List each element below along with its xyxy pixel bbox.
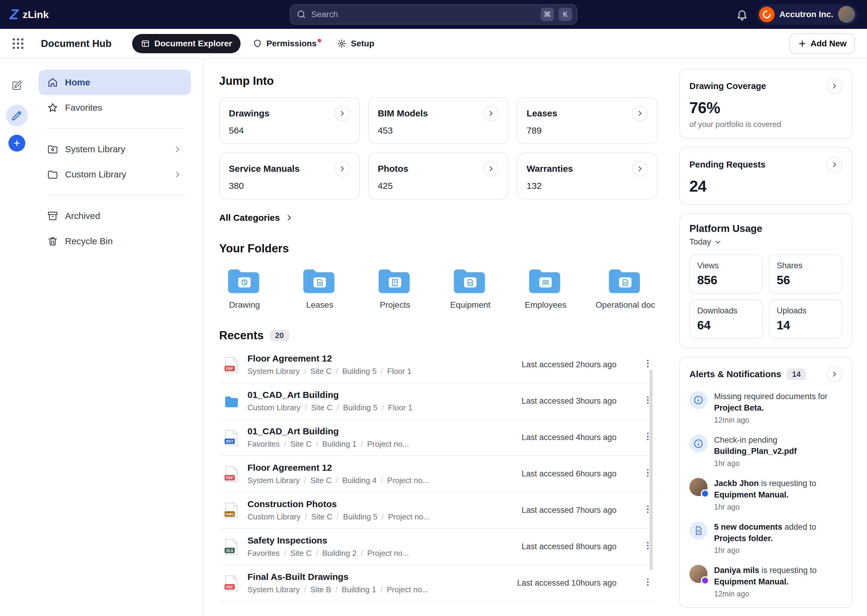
row-menu-button[interactable] xyxy=(641,394,655,409)
sidebar-item-recycle-bin[interactable]: Recycle Bin xyxy=(39,229,191,254)
recent-item[interactable]: PDF Floor Agreement 12 System Library/Si… xyxy=(219,347,657,383)
sidebar-item-archived[interactable]: Archived xyxy=(39,203,191,229)
category-card-service-manuals[interactable]: Service Manuals 380 xyxy=(219,152,360,200)
last-accessed: Last accessed 3hours ago xyxy=(522,396,632,406)
tab-permissions[interactable]: Permissions xyxy=(244,34,325,53)
all-categories-link[interactable]: All Categories xyxy=(219,213,294,223)
alert-item[interactable]: Check-in pending Building_Plan_v2.pdf 1h… xyxy=(689,435,842,468)
chevron-right-icon[interactable] xyxy=(334,161,350,176)
folder-leases[interactable]: Leases xyxy=(295,267,345,310)
header-tabs: Document Explorer Permissions Setup xyxy=(132,34,383,53)
sidebar: Home Favorites System Library Custom Lib… xyxy=(34,59,203,616)
alert-item[interactable]: Daniya mils is requesting to Equipment M… xyxy=(689,565,842,598)
folder-label: Operational doc xyxy=(596,300,655,310)
alert-item[interactable]: 5 new documents added to Projects folder… xyxy=(689,522,842,555)
recent-item-title: 01_CAD_Art Building xyxy=(247,390,412,400)
row-menu-button[interactable] xyxy=(641,358,655,372)
edit-document-icon[interactable] xyxy=(6,75,28,96)
folder-projects[interactable]: Projects xyxy=(370,267,420,310)
pen-tool-icon[interactable] xyxy=(6,105,28,126)
topbar-right: Accutron Inc. xyxy=(736,4,858,25)
drawing-coverage-subtitle: of your portfolio is covered xyxy=(689,120,842,129)
recents-title: Recents xyxy=(219,329,264,342)
recent-item[interactable]: RVT 01_CAD_Art Building Favorites/Site C… xyxy=(219,420,657,456)
alert-time: 12min ago xyxy=(714,589,842,598)
folder-doc-icon xyxy=(302,267,338,295)
folder-equipment[interactable]: Equipment xyxy=(445,267,495,310)
row-menu-button[interactable] xyxy=(641,467,655,481)
alert-item[interactable]: Jackb Jhon is requesting to Equipment Ma… xyxy=(689,478,842,511)
chevron-right-icon[interactable] xyxy=(632,105,648,121)
tab-setup[interactable]: Setup xyxy=(328,34,383,53)
global-search[interactable]: ⌘ K xyxy=(290,4,577,25)
notifications-bell-icon[interactable] xyxy=(736,8,748,20)
chevron-right-icon[interactable] xyxy=(632,161,648,176)
user-avatar[interactable] xyxy=(838,6,855,23)
chevron-down-icon xyxy=(714,238,722,246)
drawing-coverage-value: 76% xyxy=(689,99,842,117)
add-new-button[interactable]: Add New xyxy=(789,33,855,54)
cmd-key-badge: ⌘ xyxy=(541,8,554,21)
folder-doc-icon xyxy=(452,267,488,295)
chevron-right-icon[interactable] xyxy=(334,105,350,121)
alert-item[interactable]: Missing required documents for Project B… xyxy=(689,391,842,424)
info-icon xyxy=(689,391,708,409)
icon-rail xyxy=(0,59,34,616)
folder-icon xyxy=(47,169,58,180)
card-label: Warranties xyxy=(527,163,573,174)
breadcrumb: System Library/Site B/Building 1/Project… xyxy=(247,585,429,594)
divider xyxy=(47,128,185,129)
breadcrumb: Custom Library/Site C/Building 5/Floor 1 xyxy=(247,403,412,412)
list-scrollbar[interactable] xyxy=(649,369,653,570)
sidebar-item-favorites[interactable]: Favorites xyxy=(39,95,191,120)
chevron-right-icon[interactable] xyxy=(483,161,499,176)
pdf-file-icon: PDF xyxy=(224,356,239,374)
last-accessed: Last accessed 10hours ago xyxy=(517,578,632,588)
category-card-drawings[interactable]: Drawings 564 xyxy=(219,97,360,144)
recent-item[interactable]: PDF Final As-Built Drawings System Libra… xyxy=(219,565,657,602)
org-switcher[interactable]: Accutron Inc. xyxy=(757,4,858,25)
sidebar-item-home[interactable]: Home xyxy=(39,70,191,95)
folder-operational-doc[interactable]: Operational doc xyxy=(596,267,655,310)
sidebar-item-custom-library[interactable]: Custom Library xyxy=(39,162,191,187)
chevron-right-icon[interactable] xyxy=(827,366,842,382)
row-menu-button[interactable] xyxy=(641,576,655,591)
sidebar-item-system-library[interactable]: System Library xyxy=(39,137,191,162)
recent-item[interactable]: PDF Floor Agreement 12 System Library/Si… xyxy=(219,456,657,492)
row-menu-button[interactable] xyxy=(641,540,655,554)
recent-item[interactable]: DWG Construction Photos Custom Library/S… xyxy=(219,492,657,529)
sidebar-item-label: Archived xyxy=(65,211,100,221)
page-title: Document Hub xyxy=(41,38,112,49)
folder-employees[interactable]: Employees xyxy=(520,267,571,310)
brand[interactable]: Z zLink xyxy=(9,7,49,22)
recent-item[interactable]: 01_CAD_Art Building Custom Library/Site … xyxy=(219,383,657,420)
pending-requests-value: 24 xyxy=(689,177,842,195)
tab-document-explorer[interactable]: Document Explorer xyxy=(132,34,241,53)
category-card-bim-models[interactable]: BIM Models 453 xyxy=(368,97,509,144)
sidebar-item-label: System Library xyxy=(65,144,125,154)
search-input[interactable] xyxy=(311,9,536,19)
row-menu-button[interactable] xyxy=(641,431,655,445)
category-card-photos[interactable]: Photos 425 xyxy=(368,152,509,200)
stat-downloads: Downloads 64 xyxy=(689,300,763,339)
alert-time: 12min ago xyxy=(714,416,842,424)
pdf-file-icon: PDF xyxy=(224,465,239,483)
chevron-right-icon[interactable] xyxy=(827,157,842,172)
apps-grid-icon[interactable] xyxy=(11,36,25,51)
category-card-warranties[interactable]: Warranties 132 xyxy=(517,152,657,200)
category-card-leases[interactable]: Leases 789 xyxy=(517,97,657,144)
document-icon xyxy=(689,522,708,540)
svg-text:XLS: XLS xyxy=(226,548,233,553)
chevron-right-icon[interactable] xyxy=(827,78,842,94)
quick-add-button[interactable] xyxy=(8,135,25,152)
chevron-right-icon[interactable] xyxy=(483,105,499,121)
recent-item[interactable]: XLS Safety Inspections Favorites/Site C/… xyxy=(219,529,657,565)
pending-requests-card: Pending Requests 24 xyxy=(679,147,853,205)
request-badge-icon xyxy=(701,489,709,498)
folder-drawing[interactable]: Drawing xyxy=(219,267,270,310)
row-menu-button[interactable] xyxy=(641,503,655,518)
chevron-right-icon xyxy=(173,170,183,179)
recent-item-title: Floor Agreement 12 xyxy=(247,354,411,364)
alerts-list: Missing required documents for Project B… xyxy=(689,391,842,598)
period-dropdown[interactable]: Today xyxy=(689,237,722,247)
